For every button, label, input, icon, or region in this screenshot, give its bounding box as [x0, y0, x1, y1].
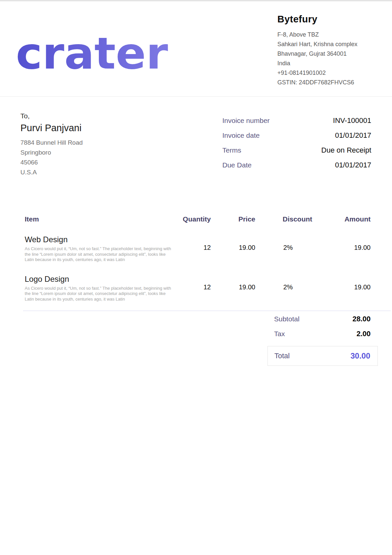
item-discount: 2% — [255, 263, 318, 302]
column-header-amount: Amount — [318, 215, 371, 223]
tax-value: 2.00 — [356, 330, 371, 338]
invoice-number-label: Invoice number — [222, 116, 270, 125]
table-row: Web Design As Cicero would put it, “Um, … — [25, 223, 371, 263]
total-value: 30.00 — [350, 351, 370, 361]
table-row: Logo Design As Cicero would put it, “Um,… — [25, 263, 371, 302]
tax-row: Tax 2.00 — [274, 329, 371, 339]
billing-section: To, Purvi Panjvani 7884 Bunnel Hill Road… — [0, 97, 392, 215]
item-description: As Cicero would put it, “Um, not so fast… — [25, 286, 173, 302]
company-name: Bytefury — [277, 14, 383, 25]
items-divider — [23, 310, 391, 311]
items-table: Item Quantity Price Discount Amount Web … — [25, 215, 371, 302]
crater-logo-icon: crater — [16, 32, 169, 73]
items-header-row: Item Quantity Price Discount Amount — [25, 215, 371, 223]
item-discount: 2% — [255, 223, 318, 263]
item-price: 19.00 — [211, 263, 255, 302]
bill-to-block: To, Purvi Panjvani 7884 Bunnel Hill Road… — [20, 111, 83, 177]
column-header-discount: Discount — [255, 215, 318, 223]
invoice-date-label: Invoice date — [222, 131, 260, 140]
logo-text: crater — [16, 32, 168, 73]
company-address-line: Bhavnagar, Gujrat 364001 — [277, 49, 383, 59]
terms-row: Terms Due on Receipt — [222, 146, 371, 155]
item-cell: Logo Design As Cicero would put it, “Um,… — [25, 263, 171, 302]
item-amount: 19.00 — [318, 263, 371, 302]
item-name: Web Design — [25, 235, 171, 244]
due-date-value: 01/01/2017 — [335, 161, 371, 170]
invoice-date-row: Invoice date 01/01/2017 — [222, 131, 371, 140]
item-cell: Web Design As Cicero would put it, “Um, … — [25, 223, 171, 263]
invoice-header: crater Bytefury F-8, Above TBZ Sahkari H… — [0, 1, 392, 97]
customer-address-line: 7884 Bunnel Hill Road — [20, 138, 83, 148]
company-address-line: F-8, Above TBZ — [277, 30, 383, 40]
company-info: Bytefury F-8, Above TBZ Sahkari Hart, Kr… — [277, 14, 383, 87]
invoice-date-value: 01/01/2017 — [335, 131, 371, 140]
company-phone: +91-08141901002 — [277, 68, 383, 78]
totals-rows: Subtotal 28.00 Tax 2.00 — [274, 314, 371, 339]
item-name: Logo Design — [25, 275, 171, 284]
column-header-quantity: Quantity — [171, 215, 211, 223]
total-box: Total 30.00 — [267, 346, 378, 366]
item-description: As Cicero would put it, “Um, not so fast… — [25, 246, 173, 263]
totals-section: Subtotal 28.00 Tax 2.00 Total 30.00 — [0, 314, 392, 366]
terms-value: Due on Receipt — [321, 146, 371, 155]
bill-to-prefix: To, — [20, 111, 83, 121]
subtotal-value: 28.00 — [352, 315, 371, 323]
company-address-line: India — [277, 59, 383, 68]
due-date-label: Due Date — [222, 161, 252, 170]
total-label: Total — [274, 352, 290, 360]
customer-address-line: 45066 — [20, 158, 83, 167]
customer-address-line: U.S.A — [20, 167, 83, 177]
tax-label: Tax — [274, 329, 285, 339]
items-section: Item Quantity Price Discount Amount Web … — [0, 215, 392, 311]
subtotal-label: Subtotal — [274, 314, 299, 324]
customer-address-line: Springboro — [20, 148, 83, 158]
column-header-item: Item — [25, 215, 171, 223]
terms-label: Terms — [222, 146, 241, 155]
item-amount: 19.00 — [318, 223, 371, 263]
company-gstin: GSTIN: 24DDF7682FHVCS6 — [277, 78, 383, 87]
item-quantity: 12 — [171, 263, 211, 302]
crater-logo: crater — [16, 32, 169, 74]
customer-name: Purvi Panjvani — [20, 122, 83, 134]
invoice-meta: Invoice number INV-100001 Invoice date 0… — [222, 116, 371, 175]
column-header-price: Price — [211, 215, 255, 223]
due-date-row: Due Date 01/01/2017 — [222, 161, 371, 170]
item-quantity: 12 — [171, 223, 211, 263]
invoice-number-row: Invoice number INV-100001 — [222, 116, 371, 125]
company-address-line: Sahkari Hart, Krishna complex — [277, 40, 383, 49]
invoice-number-value: INV-100001 — [333, 116, 371, 125]
subtotal-row: Subtotal 28.00 — [274, 314, 371, 324]
item-price: 19.00 — [211, 223, 255, 263]
